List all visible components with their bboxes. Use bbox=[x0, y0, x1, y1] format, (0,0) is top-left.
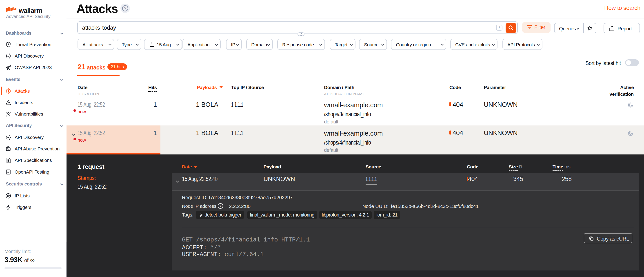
svg-text:?: ? bbox=[220, 204, 221, 208]
svg-text:?: ? bbox=[124, 6, 126, 11]
